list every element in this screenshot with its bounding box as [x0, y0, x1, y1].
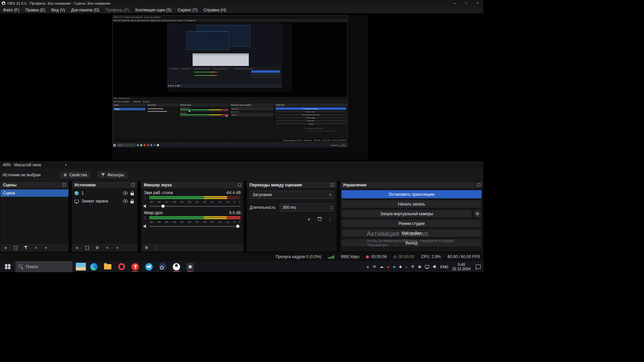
menu-profile[interactable]: Профиль (P): [102, 6, 132, 13]
tray-music-icon[interactable]: ♪: [406, 265, 408, 269]
mixer-options-button[interactable]: ⋮: [155, 245, 159, 250]
add-source-button[interactable]: +: [75, 245, 79, 250]
file-explorer-icon[interactable]: [104, 261, 112, 272]
volume-slider-handle[interactable]: [236, 225, 239, 228]
minimize-button[interactable]: —: [449, 0, 461, 6]
yandex-browser-icon[interactable]: [131, 261, 139, 272]
remove-source-button[interactable]: [85, 245, 89, 250]
virtual-camera-settings-button[interactable]: ⚙: [473, 209, 482, 218]
advanced-audio-button[interactable]: ⚙: [145, 245, 149, 250]
obs-titlebar[interactable]: OBS 31.0.0 - Профиль: Без названия - Сце…: [0, 0, 483, 6]
scene-filters-button[interactable]: [24, 245, 28, 250]
mixer-dock-header[interactable]: Микшер звука: [141, 181, 244, 189]
menu-scene-collection[interactable]: Коллекция сцен (S): [132, 6, 174, 13]
filters-button[interactable]: Фильтры: [97, 171, 128, 179]
window-title: OBS 31.0.0 - Профиль: Без названия - Сце…: [7, 1, 449, 5]
edge-browser-icon[interactable]: [90, 261, 98, 272]
popout-icon[interactable]: [331, 183, 334, 186]
start-recording-button[interactable]: Начать запись: [341, 200, 482, 208]
studio-mode-button[interactable]: Режим студии: [341, 219, 482, 228]
source-properties-button[interactable]: ⚙: [95, 245, 99, 250]
virtual-camera-button[interactable]: Запуск виртуальной камеры: [341, 209, 472, 218]
exit-button[interactable]: Выход: [341, 239, 482, 247]
duration-up-button[interactable]: ▴: [331, 205, 332, 207]
taskbar-search[interactable]: Поиск: [15, 261, 72, 272]
captured-taskbar: Поиск: [112, 143, 348, 147]
properties-button[interactable]: ⚙ Свойства: [59, 171, 91, 179]
taskbar-clock[interactable]: 0:43 22.12.2024: [452, 262, 471, 271]
tray-app-red-icon[interactable]: ●: [387, 265, 389, 269]
popout-icon[interactable]: [238, 183, 241, 186]
obs-icon[interactable]: [172, 261, 180, 272]
volume-slider[interactable]: [149, 206, 240, 207]
channel-options-button[interactable]: ⋮: [141, 216, 149, 220]
preview-scale-dropdown[interactable]: ▾: [65, 163, 67, 167]
volume-icon[interactable]: [433, 265, 437, 269]
scenes-dock-header[interactable]: Сцены: [0, 181, 68, 189]
transition-select[interactable]: Затухание ▾: [250, 191, 334, 199]
tray-cloud-icon[interactable]: ☁: [380, 264, 383, 269]
transition-options-button[interactable]: ⋮: [327, 216, 334, 222]
add-scene-button[interactable]: +: [4, 245, 8, 250]
remove-transition-button[interactable]: [316, 216, 323, 222]
trash-icon: [86, 246, 89, 250]
source-list-item[interactable]: Захват экрана: [72, 197, 137, 205]
duration-down-button[interactable]: ▾: [331, 207, 332, 210]
audio-level-value: -64.4 dB: [226, 190, 241, 195]
widgets-weather-icon[interactable]: [76, 263, 86, 270]
steam-icon[interactable]: [159, 261, 167, 272]
menu-tools[interactable]: Сервис (T): [174, 6, 201, 13]
nested-stop-button: [251, 70, 280, 73]
start-button[interactable]: [0, 261, 15, 272]
remove-scene-button[interactable]: [14, 245, 18, 250]
notification-center-button[interactable]: [476, 264, 481, 269]
source-move-up-button[interactable]: ∧: [105, 245, 109, 250]
add-transition-button[interactable]: +: [305, 216, 313, 222]
settings-button[interactable]: Настройки: [341, 229, 482, 237]
popout-icon[interactable]: [131, 183, 135, 186]
popout-icon[interactable]: [63, 183, 66, 186]
recording-dot-icon: [393, 255, 396, 258]
source-list-item[interactable]: 1: [72, 189, 137, 197]
telegram-icon[interactable]: [145, 261, 153, 272]
source-toolbar: Источник не выбран ⚙ Свойства Фильтры: [0, 169, 483, 181]
sources-dock-header[interactable]: Источники: [72, 181, 137, 189]
source-move-down-button[interactable]: ∨: [115, 245, 119, 250]
popout-icon[interactable]: [477, 183, 480, 186]
language-indicator[interactable]: ENG: [440, 265, 448, 269]
duration-input[interactable]: 300 ms ▴ ▾: [280, 203, 334, 212]
hidden-icons-chevron[interactable]: ▲: [366, 265, 369, 268]
game-app-icon[interactable]: [186, 261, 194, 272]
tray-mail-icon[interactable]: ✉: [373, 264, 376, 269]
transitions-dock-header[interactable]: Переходы между сценами: [247, 181, 337, 189]
tray-settings-icon[interactable]: ⚙: [411, 264, 415, 269]
lock-toggle-icon[interactable]: [130, 193, 134, 195]
maximize-button[interactable]: □: [461, 0, 472, 6]
close-button[interactable]: ×: [472, 0, 483, 6]
menu-view[interactable]: Вид (V): [48, 6, 68, 13]
network-icon[interactable]: [425, 265, 429, 268]
tray-record-icon[interactable]: ◉: [418, 264, 421, 269]
stop-streaming-button[interactable]: Остановить трансляцию: [341, 190, 482, 198]
visibility-toggle-icon[interactable]: [123, 199, 128, 203]
controls-dock-header[interactable]: Управление: [340, 181, 483, 189]
mute-toggle-icon[interactable]: [141, 204, 149, 208]
mute-toggle-icon[interactable]: [141, 224, 149, 228]
visibility-toggle-icon[interactable]: [123, 191, 128, 195]
menu-docks[interactable]: Док-панели (D): [68, 6, 102, 13]
volume-slider-handle[interactable]: [161, 204, 165, 208]
scene-move-up-button[interactable]: ∧: [34, 245, 38, 250]
scene-list-item[interactable]: Сцена: [0, 189, 68, 197]
scene-move-down-button[interactable]: ∨: [44, 245, 48, 250]
channel-options-button[interactable]: ⋮: [141, 195, 149, 200]
tray-app-blue-icon[interactable]: ■: [393, 265, 395, 269]
menu-file[interactable]: Файл (F): [0, 6, 22, 13]
volume-slider[interactable]: [149, 226, 240, 227]
screen-capture-source[interactable]: OBS 31.0.0 - Профиль: Без названия - Сце…: [112, 15, 368, 160]
preview-area[interactable]: OBS 31.0.0 - Профиль: Без названия - Сце…: [0, 13, 483, 161]
menu-help[interactable]: Справка (H): [201, 6, 229, 13]
lock-toggle-icon[interactable]: [130, 201, 134, 203]
menu-edit[interactable]: Правка (E): [22, 6, 48, 13]
opera-browser-icon[interactable]: [117, 261, 125, 272]
tray-app-gray-icon[interactable]: ◆: [399, 264, 402, 269]
